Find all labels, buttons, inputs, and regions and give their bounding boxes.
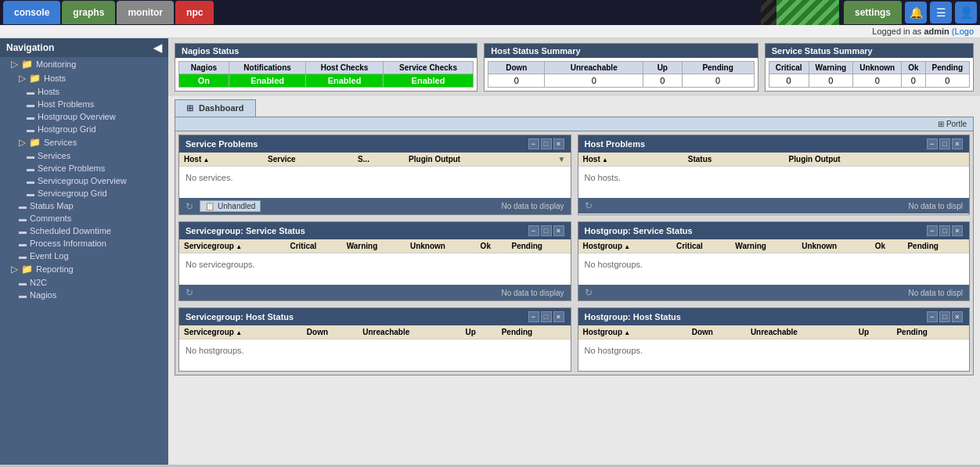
nagios-val-service-checks[interactable]: Enabled <box>383 74 473 88</box>
sidebar-item-servicegroup-overview[interactable]: ▬ Servicegroup Overview <box>0 174 168 187</box>
hgsvc-col-warning: Warning <box>730 239 797 253</box>
unhandled-button[interactable]: 📋 Unhandled <box>200 200 261 212</box>
status-panels: Nagios Status Nagios Notifications Host … <box>168 38 980 96</box>
content-area: Nagios Status Nagios Notifications Host … <box>168 38 980 465</box>
portlet-close-btn[interactable]: × <box>952 311 963 322</box>
hgsvc-footer: ↻ No data to displ <box>578 285 970 300</box>
sidebar-item-hostgroup-overview[interactable]: ▬ Hostgroup Overview <box>0 110 168 123</box>
portlet-sgsvc-title: Servicegroup: Service Status − □ × <box>179 222 571 239</box>
sidebar-item-process-information[interactable]: ▬ Process Information <box>0 237 168 250</box>
portlet-restore-btn[interactable]: □ <box>541 225 552 236</box>
sidebar-item-scheduled-downtime[interactable]: ▬ Scheduled Downtime <box>0 225 168 237</box>
add-portlet-button[interactable]: ⊞ Portle <box>938 120 967 128</box>
portlet-minimize-btn[interactable]: − <box>528 225 539 236</box>
portlet-minimize-btn[interactable]: − <box>927 311 938 322</box>
sidebar-label-nagios: Nagios <box>30 290 56 300</box>
sidebar-item-event-log[interactable]: ▬ Event Log <box>0 250 168 262</box>
portlet-close-btn[interactable]: × <box>553 138 564 149</box>
hghost-col-hg[interactable]: Hostgroup <box>578 325 687 339</box>
sidebar-item-n2c[interactable]: ▬ N2C <box>0 276 168 289</box>
page-icon: ▬ <box>27 113 34 121</box>
host-col-up: Up <box>643 62 683 74</box>
hgsvc-col-critical: Critical <box>672 239 730 253</box>
portlet-minimize-btn[interactable]: − <box>528 311 539 322</box>
hgsvc-col-ok: Ok <box>870 239 903 253</box>
portlet-close-btn[interactable]: × <box>553 225 564 236</box>
refresh-icon[interactable]: ↻ <box>186 201 193 212</box>
sidebar-label-service-problems: Service Problems <box>38 163 105 173</box>
sghost-col-up: Up <box>461 325 497 339</box>
portlet-sghost-title: Servicegroup: Host Status − □ × <box>179 308 571 325</box>
portlet-restore-btn[interactable]: □ <box>939 138 950 149</box>
sghost-col-sg[interactable]: Servicegroup <box>179 325 302 339</box>
tab-settings[interactable]: settings <box>844 1 902 24</box>
dashboard-tab[interactable]: ⊞ Dashboard <box>175 99 256 117</box>
column-dropdown-icon[interactable]: ▼ <box>558 155 566 163</box>
sidebar-item-hosts-folder[interactable]: ▷ 📁 Hosts <box>0 71 168 85</box>
svc-col-critical: Critical <box>769 62 809 74</box>
sidebar-item-service-problems[interactable]: ▬ Service Problems <box>0 162 168 174</box>
sp-col-host[interactable]: Host <box>179 153 263 167</box>
sgsvc-col-sg[interactable]: Servicegroup <box>179 239 285 253</box>
sidebar-item-comments[interactable]: ▬ Comments <box>0 212 168 225</box>
sghost-col-unreachable: Unreachable <box>358 325 460 339</box>
tab-npc[interactable]: npc <box>175 1 214 24</box>
sidebar-item-services-folder[interactable]: ▷ 📁 Services <box>0 135 168 149</box>
logout-link[interactable]: (Logo <box>952 27 974 36</box>
tab-graphs[interactable]: graphs <box>62 1 115 24</box>
nagios-val-host-checks[interactable]: Enabled <box>306 74 383 88</box>
user-icon[interactable]: 👤 <box>955 2 977 23</box>
nagios-val-nagios[interactable]: On <box>179 74 229 88</box>
hgsvc-empty: No hostgroups. <box>578 253 970 285</box>
tab-console[interactable]: console <box>3 1 60 24</box>
portlet-minimize-btn[interactable]: − <box>927 138 938 149</box>
sidebar-item-services[interactable]: ▬ Services <box>0 149 168 162</box>
portlet-sghost-label: Servicegroup: Host Status <box>186 312 294 322</box>
portlet-close-btn[interactable]: × <box>553 311 564 322</box>
sidebar-item-nagios[interactable]: ▬ Nagios <box>0 289 168 301</box>
sidebar-item-hostgroup-grid[interactable]: ▬ Hostgroup Grid <box>0 123 168 135</box>
hgsvc-table: Hostgroup Critical Warning Unknown Ok Pe… <box>578 239 970 253</box>
portlet-minimize-btn[interactable]: − <box>927 225 938 236</box>
dashboard-grid: Service Problems − □ × Host Service <box>175 131 974 375</box>
refresh-icon[interactable]: ↻ <box>585 200 593 211</box>
portlet-controls: − □ × <box>927 311 963 322</box>
sidebar-item-status-map[interactable]: ▬ Status Map <box>0 199 168 212</box>
tab-monitor[interactable]: monitor <box>117 1 174 24</box>
portlet-controls: − □ × <box>528 225 564 236</box>
sidebar-item-monitoring[interactable]: ▷ 📁 Monitoring <box>0 57 168 71</box>
portlet-restore-btn[interactable]: □ <box>541 311 552 322</box>
portlet-minimize-btn[interactable]: − <box>528 138 539 149</box>
nagios-col-service-checks: Service Checks <box>383 62 473 74</box>
sidebar-label-scheduled-downtime: Scheduled Downtime <box>30 226 111 235</box>
portlet-close-btn[interactable]: × <box>952 225 963 236</box>
portlet-restore-btn[interactable]: □ <box>541 138 552 149</box>
sidebar-item-servicegroup-grid[interactable]: ▬ Servicegroup Grid <box>0 187 168 199</box>
svc-val-warning: 0 <box>809 74 853 88</box>
dashboard-area: ⊞ Dashboard ⊞ Portle Service Problems <box>168 96 980 379</box>
host-status-table: Down Unreachable Up Pending 0 0 0 0 <box>488 61 754 88</box>
menu-icon[interactable]: ☰ <box>930 2 952 23</box>
page-icon: ▬ <box>19 278 27 287</box>
sidebar: Navigation ◀ ▷ 📁 Monitoring ▷ 📁 Hosts ▬ … <box>0 38 168 465</box>
sidebar-toggle[interactable]: ◀ <box>153 41 162 54</box>
hp-col-host[interactable]: Host <box>578 153 683 167</box>
portlet-icon: ⊞ <box>938 120 944 128</box>
sidebar-item-hosts[interactable]: ▬ Hosts <box>0 85 168 98</box>
portlet-controls: − □ × <box>927 138 963 149</box>
refresh-icon[interactable]: ↻ <box>585 287 593 298</box>
sidebar-item-host-problems[interactable]: ▬ Host Problems <box>0 98 168 110</box>
portlet-restore-btn[interactable]: □ <box>939 225 950 236</box>
service-problems-empty: No services. <box>179 167 571 198</box>
refresh-icon[interactable]: ↻ <box>186 287 193 298</box>
folder-icon: 📁 <box>29 73 41 84</box>
notifications-icon[interactable]: 🔔 <box>905 2 927 23</box>
expand-icon: ▷ <box>11 264 18 275</box>
hgsvc-col-hg[interactable]: Hostgroup <box>578 239 672 253</box>
service-status-table: Critical Warning Unknown Ok Pending 0 0 … <box>769 61 970 88</box>
sidebar-item-reporting[interactable]: ▷ 📁 Reporting <box>0 262 168 276</box>
portlet-sgsvc-label: Servicegroup: Service Status <box>186 226 305 235</box>
portlet-close-btn[interactable]: × <box>952 138 963 149</box>
nagios-val-notifications[interactable]: Enabled <box>229 74 305 88</box>
portlet-restore-btn[interactable]: □ <box>939 311 950 322</box>
